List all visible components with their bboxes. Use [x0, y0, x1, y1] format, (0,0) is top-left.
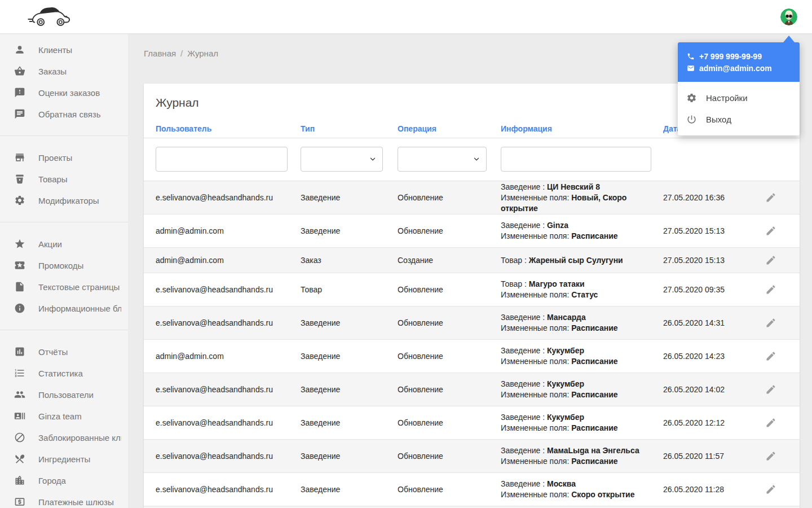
sidebar-item-reports[interactable]: Отчёты [0, 341, 128, 362]
info-entity-line: Товар : Магуро татаки [501, 279, 656, 290]
sidebar-item-projects[interactable]: Проекты [0, 147, 128, 168]
edit-row-button[interactable] [765, 255, 776, 266]
cell-type: Заведение [301, 226, 398, 235]
cell-date: 26.05.2020 14:31 [663, 318, 752, 327]
edit-icon [765, 484, 776, 495]
store-icon [14, 152, 25, 163]
edit-icon [765, 450, 776, 462]
cell-info: Заведение : КукумберИзмененные поля: Рас… [501, 345, 663, 367]
cell-user: e.selivanova@headsandhands.ru [156, 485, 301, 494]
edit-row-button[interactable] [765, 192, 776, 203]
sidebar-item-order-ratings[interactable]: Оценки заказов [0, 82, 128, 103]
sidebar-item-users[interactable]: Пользователи [0, 384, 128, 405]
sidebar-item-label: Модификаторы [38, 196, 99, 205]
info-entity-line: Заведение : Кукумбер [501, 379, 656, 389]
edit-row-button[interactable] [765, 384, 776, 395]
user-avatar[interactable] [780, 8, 797, 25]
sidebar-group: АкцииПромокодыТекстовые страницыИнформац… [0, 222, 128, 330]
edit-row-button[interactable] [765, 225, 776, 237]
cell-type: Заведение [301, 452, 398, 461]
table-body: e.selivanova@headsandhands.ruЗаведениеОб… [144, 181, 800, 508]
sidebar-item-promotions[interactable]: Акции [0, 233, 128, 255]
cell-date: 26.05.2020 14:02 [663, 385, 752, 394]
sidebar-item-info-blocks[interactable]: Информационные бло… [0, 297, 128, 319]
sidebar-item-promocodes[interactable]: Промокоды [0, 255, 128, 276]
cell-date: 26.05.2020 12:12 [663, 418, 752, 427]
menu-item-logout[interactable]: Выход [678, 108, 800, 130]
cell-operation: Создание [398, 256, 501, 265]
list-icon [14, 367, 25, 379]
mail-icon [687, 64, 695, 72]
cell-date: 27.05.2020 16:36 [663, 193, 752, 202]
edit-icon [765, 225, 776, 237]
edit-row-button[interactable] [765, 417, 776, 428]
column-header-user[interactable]: Пользователь [156, 124, 301, 133]
column-header-operation[interactable]: Операция [398, 124, 501, 133]
sidebar-item-feedback[interactable]: Обратная связь [0, 103, 128, 125]
chevron-down-icon [473, 155, 480, 163]
table-row: admin@admin.comЗаказСозданиеТовар : Жаре… [144, 248, 800, 273]
edit-row-button[interactable] [765, 351, 776, 362]
user-email-line: admin@admin.com [687, 62, 791, 74]
edit-row-button[interactable] [765, 284, 776, 295]
breadcrumb-current: Журнал [187, 49, 218, 58]
sidebar-item-label: Статистика [38, 369, 83, 378]
sidebar-item-statistics[interactable]: Статистика [0, 362, 128, 384]
filter-user-input[interactable] [156, 147, 288, 172]
gear-icon [686, 93, 697, 103]
cell-operation: Обновление [398, 226, 501, 235]
edit-row-button[interactable] [765, 484, 776, 495]
edit-row-button[interactable] [765, 450, 776, 462]
sidebar-item-orders[interactable]: Заказы [0, 60, 128, 82]
cell-user: admin@admin.com [156, 352, 301, 361]
table-row: e.selivanova@headsandhands.ruЗаведениеОб… [144, 473, 800, 506]
edit-icon [765, 351, 776, 362]
menu-item-settings[interactable]: Настройки [678, 87, 800, 108]
filter-info-input[interactable] [501, 147, 651, 172]
sidebar-item-payment-gateways[interactable]: Платежные шлюзы [0, 491, 128, 508]
edit-row-button[interactable] [765, 317, 776, 329]
info-fields-line: Измененные поля: Расписание [501, 456, 656, 467]
cell-info: Заведение : МамаLыga на ЭнгельсаИзмененн… [501, 445, 663, 467]
cell-user: e.selivanova@headsandhands.ru [156, 452, 301, 461]
cell-date: 26.05.2020 11:57 [663, 452, 752, 461]
sidebar-item-clients[interactable]: Клиенты [0, 39, 128, 60]
table-row: e.selivanova@headsandhands.ruЗаведениеОб… [144, 373, 800, 406]
top-header [0, 0, 812, 34]
sidebar-item-blocked-clients[interactable]: Заблокированные кли… [0, 427, 128, 448]
block-icon [14, 432, 25, 443]
sidebar-item-text-pages[interactable]: Текстовые страницы [0, 276, 128, 297]
info-entity-line: Заведение : Ginza [501, 220, 656, 231]
table-row: admin@admin.comЗаведениеОбновлениеЗаведе… [144, 340, 800, 373]
breadcrumb-home[interactable]: Главная [144, 49, 176, 58]
cell-date: 27.05.2020 09:35 [663, 285, 752, 294]
sidebar-item-cities[interactable]: Города [0, 470, 128, 491]
sidebar-item-products[interactable]: Товары [0, 168, 128, 190]
table-row: e.selivanova@headsandhands.ruЗаведениеОб… [144, 181, 800, 214]
sidebar-item-ginza-team[interactable]: Ginza team [0, 405, 128, 427]
breadcrumb-separator: / [180, 49, 183, 58]
sidebar-item-label: Текстовые страницы [38, 282, 120, 292]
sidebar-item-modifiers[interactable]: Модификаторы [0, 190, 128, 211]
sidebar-item-label: Акции [38, 239, 62, 249]
column-header-type[interactable]: Тип [301, 124, 398, 133]
info-fields-line: Измененные поля: Расписание [501, 389, 656, 400]
app-logo car-logo-icon[interactable] [27, 5, 76, 29]
cell-operation: Обновление [398, 385, 501, 394]
sidebar-item-label: Заказы [38, 67, 67, 76]
sidebar-item-label: Проекты [38, 153, 72, 163]
chevron-down-icon [369, 155, 377, 163]
filter-operation-select[interactable] [398, 147, 487, 172]
cell-info: Заведение : GinzaИзмененные поля: Распис… [501, 220, 663, 242]
cell-user: e.selivanova@headsandhands.ru [156, 285, 301, 294]
cell-user: e.selivanova@headsandhands.ru [156, 418, 301, 427]
cell-operation: Обновление [398, 352, 501, 361]
menu-caret [783, 36, 795, 42]
ticket-icon [14, 260, 25, 271]
cell-date: 27.05.2020 15:13 [663, 256, 752, 265]
column-header-info[interactable]: Информация [501, 124, 663, 133]
filter-type-select[interactable] [301, 147, 383, 172]
sidebar-item-ingredients[interactable]: Ингредиенты [0, 448, 128, 470]
cell-type: Заведение [301, 318, 398, 327]
info-fields-line: Измененные поля: Расписание [501, 356, 656, 367]
